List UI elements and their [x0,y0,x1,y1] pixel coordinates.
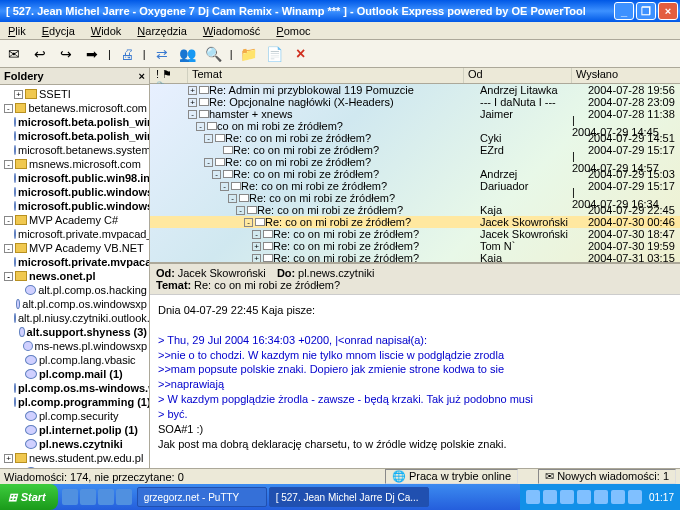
tree-node[interactable]: -news.onet.pl [2,269,147,283]
thread-expand-icon[interactable]: - [252,230,261,239]
tree-node[interactable]: pl.internet.polip (1) [2,423,147,437]
tray-icon[interactable] [628,490,642,504]
tree-node[interactable]: +news.student.pw.edu.pl [2,451,147,465]
tree-node[interactable]: microsoft.public.win98.intern [2,171,147,185]
thread-expand-icon[interactable]: - [244,218,253,227]
thread-expand-icon[interactable]: - [196,122,205,131]
start-button[interactable]: ⊞ Start [0,484,58,510]
expand-icon[interactable]: + [14,90,23,99]
col-icons[interactable]: ! ⚑ 📎 [150,68,188,83]
message-row[interactable]: + Re: co on mi robi ze źródłem?Kaja2004-… [150,252,680,262]
message-row[interactable]: - co on mi robi ze źródłem?|2004-07-29 1… [150,120,680,132]
tree-node[interactable]: alt.pl.comp.os.windowsxp [2,297,147,311]
col-date[interactable]: Wysłano [572,68,680,83]
tree-node[interactable]: pl.comp.os.ms-windows.win [2,381,147,395]
thread-expand-icon[interactable]: + [252,254,261,263]
expand-icon[interactable]: - [4,244,13,253]
tree-node[interactable]: ms-news.pl.windowsxp [2,339,147,353]
close-button[interactable]: × [658,2,678,20]
ql-icon[interactable] [116,489,132,505]
tree-node[interactable]: microsoft.public.windows.in [2,185,147,199]
tree-node[interactable]: -MVP Academy VB.NET [2,241,147,255]
thread-expand-icon[interactable]: + [188,98,197,107]
message-row[interactable]: + Re: co on mi robi ze źródłem?Tom N`200… [150,240,680,252]
tree-node[interactable]: alt.support.shyness (3) [2,325,147,339]
tray-icon[interactable] [543,490,557,504]
tray-icon[interactable] [560,490,574,504]
tree-node[interactable]: -MVP Academy C# [2,213,147,227]
tree-node[interactable]: pw.humor [2,465,147,468]
maximize-button[interactable]: ❐ [636,2,656,20]
menu-plik[interactable]: Plik [4,25,30,37]
tree-node[interactable]: pl.comp.mail (1) [2,367,147,381]
menu-narzedzia[interactable]: Narzędzia [133,25,191,37]
message-row[interactable]: - Re: co on mi robi ze źródłem?Andrzej20… [150,168,680,180]
reply-icon[interactable]: ↩ [30,44,50,64]
delete-icon[interactable]: × [291,44,311,64]
thread-expand-icon[interactable]: + [252,242,261,251]
thread-expand-icon[interactable]: - [236,206,245,215]
tree-node[interactable]: pl.comp.lang.vbasic [2,353,147,367]
clock[interactable]: 01:17 [645,492,674,503]
tree-node[interactable]: +SSETI [2,87,147,101]
taskbar-task-outlook[interactable]: [ 527. Jean Michel Jarre Dj Ca... [269,487,429,507]
tree-node[interactable]: pl.comp.security [2,409,147,423]
tree-node[interactable]: microsoft.private.mvpacad_whic [2,227,147,241]
thread-expand-icon[interactable]: - [212,170,221,179]
thread-expand-icon[interactable]: - [204,158,213,167]
thread-expand-icon[interactable]: - [220,182,229,191]
find-icon[interactable]: 🔍 [204,44,224,64]
message-row[interactable]: - Re: co on mi robi ze źródłem?|2004-07-… [150,156,680,168]
tree-node[interactable]: -betanews.microsoft.com [2,101,147,115]
col-subject[interactable]: Temat [188,68,464,83]
tree-node[interactable]: microsoft.betanews.systems.anr [2,143,147,157]
tree-node[interactable]: microsoft.public.windows.in [2,199,147,213]
tray-icon[interactable] [611,490,625,504]
tree-node[interactable]: microsoft.private.mvpacad [2,255,147,269]
message-row[interactable]: - Re: co on mi robi ze źródłem?|2004-07-… [150,192,680,204]
ql-icon[interactable] [62,489,78,505]
tree-node[interactable]: alt.pl.niusy.czytniki.outlook.expr [2,311,147,325]
tree-node[interactable]: -msnews.microsoft.com [2,157,147,171]
new-mail-icon[interactable]: ✉ [4,44,24,64]
expand-icon[interactable]: - [4,272,13,281]
menu-widok[interactable]: Widok [87,25,126,37]
tray-icon[interactable] [577,490,591,504]
message-row[interactable]: + Re: Opcjonalne nagłówki (X-Headers)---… [150,96,680,108]
message-row[interactable]: + Re: Admin mi przyblokowal 119 Pomuzcie… [150,84,680,96]
thread-expand-icon[interactable]: + [188,86,197,95]
ql-icon[interactable] [80,489,96,505]
tree-node[interactable]: microsoft.beta.polish_windowsx [2,129,147,143]
message-row[interactable]: - Re: co on mi robi ze źródłem?Jacek Sko… [150,228,680,240]
expand-icon[interactable]: - [4,104,13,113]
reply-all-icon[interactable]: ↪ [56,44,76,64]
folder-icon[interactable]: 📁 [239,44,259,64]
expand-icon[interactable]: - [4,216,13,225]
ql-icon[interactable] [98,489,114,505]
tree-node[interactable]: pl.comp.programming (1) [2,395,147,409]
addresses-icon[interactable]: 👥 [178,44,198,64]
thread-expand-icon[interactable]: - [204,134,213,143]
menu-edycja[interactable]: Edycja [38,25,79,37]
preview-body[interactable]: Dnia 04-07-29 22:45 Kaja pisze: > Thu, 2… [150,295,680,468]
expand-icon[interactable]: - [4,160,13,169]
expand-icon[interactable]: + [4,454,13,463]
forward-icon[interactable]: ➡ [82,44,102,64]
col-from[interactable]: Od [464,68,572,83]
message-list[interactable]: + Re: Admin mi przyblokowal 119 Pomuzcie… [150,84,680,262]
message-row[interactable]: - Re: co on mi robi ze źródłem?Kaja2004-… [150,204,680,216]
tray-icon[interactable] [526,490,540,504]
send-recv-icon[interactable]: ⇄ [152,44,172,64]
thread-expand-icon[interactable]: - [228,194,237,203]
thread-expand-icon[interactable]: - [188,110,197,119]
tree-node[interactable]: microsoft.beta.polish_windowsx [2,115,147,129]
taskbar-task-putty[interactable]: grzegorz.net - PuTTY [137,487,267,507]
tree-node[interactable]: alt.pl.comp.os.hacking [2,283,147,297]
close-panel-icon[interactable]: × [139,70,145,82]
file-icon[interactable]: 📄 [265,44,285,64]
tray-icon[interactable] [594,490,608,504]
menu-pomoc[interactable]: Pomoc [272,25,314,37]
print-icon[interactable]: 🖨 [117,44,137,64]
message-row[interactable]: - Re: co on mi robi ze źródłem?Jacek Sko… [150,216,680,228]
folder-tree[interactable]: +SSETI-betanews.microsoft.commicrosoft.b… [0,85,149,468]
